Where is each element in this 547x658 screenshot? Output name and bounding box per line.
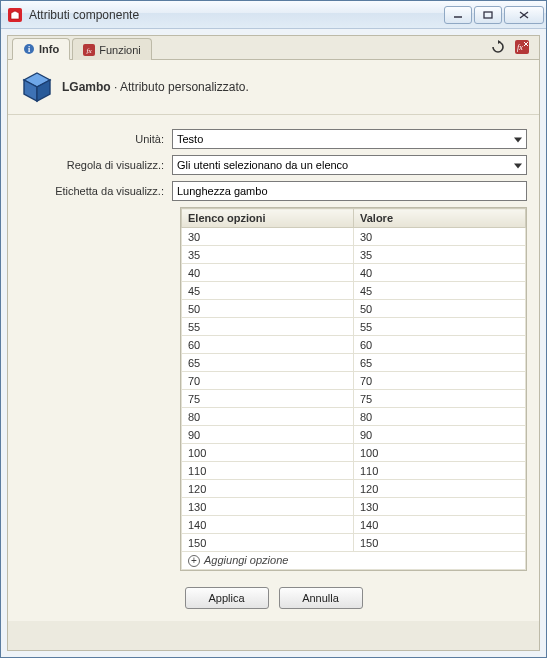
apply-button[interactable]: Applica (185, 587, 269, 609)
value-cell[interactable]: 120 (354, 480, 526, 498)
tab-info-label: Info (39, 43, 59, 55)
fx-icon: fx (83, 44, 95, 56)
option-cell[interactable]: 100 (182, 444, 354, 462)
table-row[interactable]: 6060 (182, 336, 526, 354)
add-option-label: Aggiungi opzione (204, 554, 288, 566)
refresh-button[interactable] (489, 38, 507, 56)
tab-info[interactable]: i Info (12, 38, 70, 60)
attribute-title: LGambo · Attributo personalizzato. (62, 80, 249, 94)
maximize-button[interactable] (474, 6, 502, 24)
table-row[interactable]: 100100 (182, 444, 526, 462)
info-icon: i (23, 43, 35, 55)
option-cell[interactable]: 70 (182, 372, 354, 390)
cancel-button[interactable]: Annulla (279, 587, 363, 609)
option-cell[interactable]: 110 (182, 462, 354, 480)
tab-functions[interactable]: fx Funzioni (72, 38, 152, 60)
button-row: Applica Annulla (8, 577, 539, 621)
attribute-name: LGambo (62, 80, 111, 94)
value-cell[interactable]: 35 (354, 246, 526, 264)
option-cell[interactable]: 55 (182, 318, 354, 336)
value-cell[interactable]: 75 (354, 390, 526, 408)
table-row[interactable]: 150150 (182, 534, 526, 552)
attribute-desc: Attributo personalizzato. (120, 80, 249, 94)
table-row[interactable]: 5050 (182, 300, 526, 318)
table-row[interactable]: 8080 (182, 408, 526, 426)
option-cell[interactable]: 80 (182, 408, 354, 426)
form-area: Unità: Testo Regola di visualizz.: Gli u… (8, 115, 539, 577)
option-cell[interactable]: 60 (182, 336, 354, 354)
value-cell[interactable]: 110 (354, 462, 526, 480)
option-cell[interactable]: 35 (182, 246, 354, 264)
maximize-icon (483, 11, 493, 19)
table-row[interactable]: 120120 (182, 480, 526, 498)
option-cell[interactable]: 75 (182, 390, 354, 408)
units-label: Unità: (20, 133, 172, 145)
value-cell[interactable]: 30 (354, 228, 526, 246)
value-cell[interactable]: 60 (354, 336, 526, 354)
table-row[interactable]: 3535 (182, 246, 526, 264)
table-row[interactable]: 7070 (182, 372, 526, 390)
option-cell[interactable]: 45 (182, 282, 354, 300)
value-cell[interactable]: 80 (354, 408, 526, 426)
panel: i Info fx Funzioni (7, 35, 540, 651)
attribute-header: LGambo · Attributo personalizzato. (8, 60, 539, 115)
titlebar[interactable]: Attributi componente (1, 1, 546, 29)
window-title: Attributi componente (29, 8, 442, 22)
col-header-options[interactable]: Elenco opzioni (182, 209, 354, 228)
value-cell[interactable]: 50 (354, 300, 526, 318)
tabs-row: i Info fx Funzioni (8, 36, 539, 60)
option-cell[interactable]: 30 (182, 228, 354, 246)
value-cell[interactable]: 100 (354, 444, 526, 462)
table-row[interactable]: 110110 (182, 462, 526, 480)
plus-icon: + (188, 555, 200, 567)
value-cell[interactable]: 90 (354, 426, 526, 444)
app-icon (7, 7, 23, 23)
value-cell[interactable]: 130 (354, 498, 526, 516)
minimize-button[interactable] (444, 6, 472, 24)
option-cell[interactable]: 140 (182, 516, 354, 534)
value-cell[interactable]: 65 (354, 354, 526, 372)
clear-fx-button[interactable]: fx (513, 38, 531, 56)
value-cell[interactable]: 40 (354, 264, 526, 282)
display-rule-select[interactable]: Gli utenti selezionano da un elenco (172, 155, 527, 175)
option-cell[interactable]: 50 (182, 300, 354, 318)
units-value: Testo (177, 133, 203, 145)
option-cell[interactable]: 130 (182, 498, 354, 516)
add-option-row[interactable]: +Aggiungi opzione (182, 552, 526, 570)
close-icon (519, 11, 529, 19)
table-row[interactable]: 9090 (182, 426, 526, 444)
display-label-input[interactable]: Lunghezza gambo (172, 181, 527, 201)
value-cell[interactable]: 140 (354, 516, 526, 534)
minimize-icon (453, 11, 463, 19)
attribute-sep: · (111, 80, 120, 94)
value-cell[interactable]: 55 (354, 318, 526, 336)
value-cell[interactable]: 70 (354, 372, 526, 390)
table-row[interactable]: 7575 (182, 390, 526, 408)
table-row[interactable]: 4545 (182, 282, 526, 300)
value-cell[interactable]: 45 (354, 282, 526, 300)
window-controls (442, 6, 544, 24)
option-cell[interactable]: 120 (182, 480, 354, 498)
table-row[interactable]: 4040 (182, 264, 526, 282)
table-row[interactable]: 140140 (182, 516, 526, 534)
svg-rect-2 (484, 12, 492, 18)
display-label-value: Lunghezza gambo (177, 185, 268, 197)
option-cell[interactable]: 40 (182, 264, 354, 282)
svg-text:fx: fx (517, 43, 523, 52)
option-cell[interactable]: 150 (182, 534, 354, 552)
units-select[interactable]: Testo (172, 129, 527, 149)
close-button[interactable] (504, 6, 544, 24)
col-header-value[interactable]: Valore (354, 209, 526, 228)
value-cell[interactable]: 150 (354, 534, 526, 552)
refresh-icon (490, 39, 506, 55)
options-table: Elenco opzioni Valore 303035354040454550… (180, 207, 527, 571)
table-row[interactable]: 6565 (182, 354, 526, 372)
table-row[interactable]: 130130 (182, 498, 526, 516)
table-row[interactable]: 3030 (182, 228, 526, 246)
display-label-label: Etichetta da visualizz.: (20, 185, 172, 197)
option-cell[interactable]: 65 (182, 354, 354, 372)
table-row[interactable]: 5555 (182, 318, 526, 336)
option-cell[interactable]: 90 (182, 426, 354, 444)
content-shell: i Info fx Funzioni (1, 29, 546, 657)
display-rule-value: Gli utenti selezionano da un elenco (177, 159, 348, 171)
